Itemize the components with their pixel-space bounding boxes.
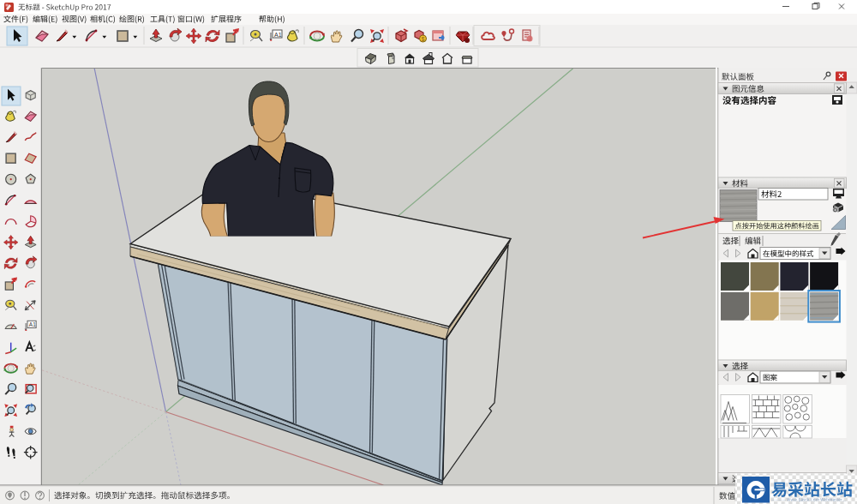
svg-text:$: $: [422, 36, 425, 42]
svg-text:A1: A1: [29, 321, 36, 327]
svg-text:A1: A1: [274, 32, 282, 38]
